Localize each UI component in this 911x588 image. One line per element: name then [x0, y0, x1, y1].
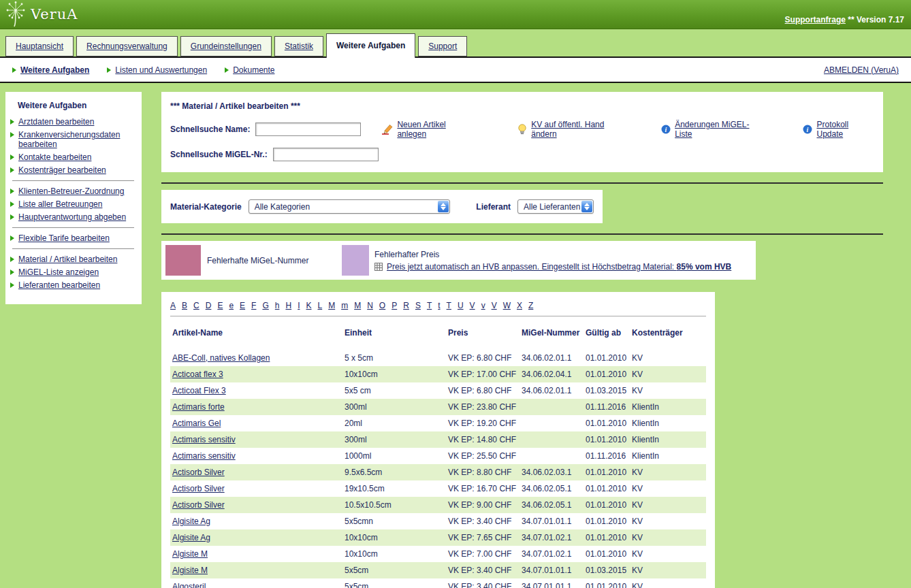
article-link[interactable]: Algisite M — [172, 549, 208, 559]
alphabet-link[interactable]: L — [318, 301, 323, 310]
sidebar-link[interactable]: Kontakte bearbeiten — [18, 152, 91, 162]
alphabet-link[interactable]: Z — [528, 301, 533, 310]
sidebar-link[interactable]: Hauptverantwortung abgeben — [18, 212, 126, 222]
alphabet-link[interactable]: N — [367, 301, 373, 310]
alphabet-link[interactable]: U — [458, 301, 464, 310]
article-link[interactable]: Actimaris Gel — [172, 419, 221, 428]
support-link[interactable]: Supportanfrage — [785, 15, 846, 24]
sidebar-link[interactable]: Liste aller Betreuungen — [18, 199, 102, 209]
sidebar-link[interactable]: Flexible Tarife bearbeiten — [18, 233, 110, 243]
tab-weitere-aufgaben[interactable]: Weitere Aufgaben — [326, 33, 415, 58]
alphabet-link[interactable]: m — [341, 301, 348, 310]
hvb-adjust-link[interactable]: Preis jetzt automatisch an HVB anpassen.… — [387, 262, 731, 272]
sidebar-item-migel-liste-anzeigen[interactable]: MiGEL-Liste anzeigen — [10, 267, 136, 277]
article-link[interactable]: Actimaris sensitiv — [172, 451, 236, 461]
tab-hauptansicht[interactable]: Hauptansicht — [5, 36, 74, 56]
article-link[interactable]: Algosteril — [172, 582, 206, 588]
article-link[interactable]: Actisorb Silver — [172, 500, 225, 510]
article-link[interactable]: Acticoat flex 3 — [172, 370, 223, 379]
search-migel-input[interactable] — [273, 148, 379, 161]
alphabet-link[interactable]: E — [240, 301, 245, 310]
migel-changes-link[interactable]: Änderungen MiGEL-Liste — [675, 120, 762, 139]
alphabet-link[interactable]: K — [306, 301, 311, 310]
sidebar-item-flexible-tarife-bearbeiten[interactable]: Flexible Tarife bearbeiten — [10, 233, 136, 243]
alphabet-link[interactable]: C — [193, 301, 199, 310]
sidebar-item-kostentr-ger-bearbeiten[interactable]: Kostenträger bearbeiten — [10, 165, 136, 175]
sidebar-link[interactable]: Lieferanten bearbeiten — [18, 280, 100, 290]
alphabet-link[interactable]: W — [503, 301, 511, 310]
article-link[interactable]: Actisorb Silver — [172, 468, 225, 477]
page: VeruA Supportanfrage ** Version 7.17 Hau… — [0, 0, 911, 588]
article-link[interactable]: Acticoat Flex 3 — [172, 386, 226, 395]
supplier-select[interactable]: Alle Lieferanten — [517, 199, 594, 214]
alphabet-link[interactable]: R — [403, 301, 409, 310]
article-link[interactable]: Actimaris sensitiv — [172, 435, 236, 444]
sidebar-link[interactable]: Klienten-Betreuer-Zuordnung — [18, 186, 124, 196]
alphabet-link[interactable]: M — [354, 301, 361, 310]
subnav-item-listen-und-auswertungen[interactable]: Listen und Auswertungen — [107, 65, 207, 75]
sidebar-item-liste-aller-betreuungen[interactable]: Liste aller Betreuungen — [10, 199, 136, 209]
article-link[interactable]: Actimaris forte — [172, 402, 225, 412]
alphabet-link[interactable]: t — [438, 301, 440, 310]
alphabet-link[interactable]: h — [275, 301, 280, 310]
article-link[interactable]: ABE-Coll, natives Kollagen — [172, 353, 270, 363]
info-icon[interactable]: i — [661, 125, 671, 134]
alphabet-link[interactable]: F — [251, 301, 256, 310]
sidebar-link[interactable]: Material / Artikel bearbeiten — [18, 255, 117, 264]
alphabet-link[interactable]: T — [427, 301, 432, 310]
sidebar-link[interactable]: MiGEL-Liste anzeigen — [18, 267, 99, 277]
sidebar-link[interactable]: Kostenträger bearbeiten — [18, 165, 106, 175]
logout-link[interactable]: ABMELDEN (VeruA) — [824, 65, 899, 75]
alphabet-link[interactable]: O — [379, 301, 385, 310]
alphabet-link[interactable]: V — [470, 301, 475, 310]
pencil-icon[interactable] — [381, 124, 393, 135]
alphabet-link[interactable]: e — [229, 301, 234, 310]
alphabet-link[interactable]: B — [182, 301, 187, 310]
alphabet-link[interactable]: M — [328, 301, 335, 310]
alphabet-link[interactable]: X — [517, 301, 522, 310]
sidebar-item-arztdaten-bearbeiten[interactable]: Arztdaten bearbeiten — [10, 117, 136, 127]
subnav-item-dokumente[interactable]: Dokumente — [225, 65, 274, 75]
article-link[interactable]: Algisite M — [172, 566, 208, 575]
protokoll-update-link[interactable]: Protokoll Update — [816, 120, 874, 139]
info-icon[interactable]: i — [803, 125, 812, 134]
alphabet-link[interactable]: A — [170, 301, 176, 310]
search-name-label: Schnellsuche Name: — [170, 125, 250, 134]
lightbulb-icon[interactable] — [517, 124, 527, 135]
subnav-link[interactable]: Weitere Aufgaben — [20, 65, 89, 75]
alphabet-link[interactable]: G — [262, 301, 268, 310]
sidebar-link[interactable]: Krankenversicherungsdaten bearbeiten — [18, 130, 136, 149]
sidebar-item-lieferanten-bearbeiten[interactable]: Lieferanten bearbeiten — [10, 280, 136, 290]
sidebar-item-krankenversicherungsdaten-bearbeiten[interactable]: Krankenversicherungsdaten bearbeiten — [10, 130, 136, 149]
kostentraeger-cell: KV — [630, 562, 706, 578]
sidebar-link[interactable]: Arztdaten bearbeiten — [18, 117, 94, 127]
sidebar-item-material-artikel-bearbeiten[interactable]: Material / Artikel bearbeiten — [10, 255, 136, 264]
alphabet-link[interactable]: v — [481, 301, 485, 310]
alphabet-link[interactable]: I — [298, 301, 300, 310]
tab-rechnungsverwaltung[interactable]: Rechnungsverwaltung — [76, 36, 178, 56]
tab-support[interactable]: Support — [418, 36, 467, 56]
article-link[interactable]: Algisite Ag — [172, 517, 210, 526]
alphabet-link[interactable]: H — [285, 301, 291, 310]
alphabet-link[interactable]: T — [447, 301, 451, 310]
sidebar-item-kontakte-bearbeiten[interactable]: Kontakte bearbeiten — [10, 152, 136, 162]
alphabet-link[interactable]: D — [206, 301, 212, 310]
tab-statistik[interactable]: Statistik — [274, 36, 323, 56]
new-article-link[interactable]: Neuen Artikel anlegen — [397, 120, 473, 139]
tab-grundeinstellungen[interactable]: Grundeinstellungen — [180, 36, 272, 56]
migel-error-swatch — [165, 245, 201, 276]
alphabet-link[interactable]: V — [492, 301, 497, 310]
alphabet-link[interactable]: P — [391, 301, 397, 310]
article-link[interactable]: Actisorb Silver — [172, 484, 225, 493]
sidebar-item-klienten-betreuer-zuordnung[interactable]: Klienten-Betreuer-Zuordnung — [10, 186, 136, 196]
subnav-link[interactable]: Listen und Auswertungen — [115, 65, 207, 75]
article-link[interactable]: Algisite Ag — [172, 533, 210, 542]
alphabet-link[interactable]: E — [217, 301, 223, 310]
subnav-item-weitere-aufgaben[interactable]: Weitere Aufgaben — [12, 65, 89, 75]
subnav-link[interactable]: Dokumente — [233, 65, 274, 75]
category-select[interactable]: Alle Kategorien — [249, 199, 451, 214]
alphabet-link[interactable]: S — [415, 301, 421, 310]
search-name-input[interactable] — [255, 122, 361, 136]
kv-change-link[interactable]: KV auf öffentl. Hand ändern — [531, 120, 627, 139]
sidebar-item-hauptverantwortung-abgeben[interactable]: Hauptverantwortung abgeben — [10, 212, 136, 222]
